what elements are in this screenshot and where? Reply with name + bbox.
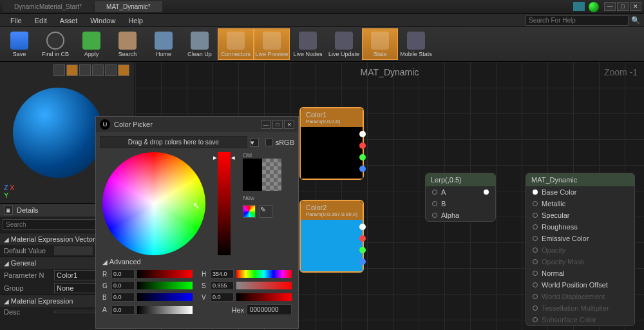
picker-maximize-button[interactable]: □ — [272, 120, 283, 129]
picker-minimize-button[interactable]: — — [261, 120, 271, 129]
v-value-input[interactable]: 0.0 — [211, 293, 234, 302]
material-input-row[interactable]: Opacity Mask — [526, 256, 634, 267]
tab-dynamicmaterial[interactable]: DynamicMaterial_Start* — [3, 1, 93, 12]
r-slider[interactable] — [137, 270, 193, 278]
material-pin[interactable] — [533, 306, 538, 311]
pin-b[interactable] — [359, 166, 366, 172]
close-button[interactable]: ✕ — [630, 2, 641, 11]
dropdown-icon[interactable]: ▾ — [250, 138, 259, 147]
h-value-input[interactable]: 354.0 — [211, 269, 234, 278]
live-nodes-button[interactable]: Live Nodes — [290, 28, 326, 60]
maximize-button[interactable]: □ — [617, 2, 629, 11]
material-input-row[interactable]: Metallic — [526, 198, 634, 209]
material-pin[interactable] — [533, 282, 538, 287]
pin-b[interactable] — [359, 258, 366, 265]
material-pin[interactable] — [533, 213, 538, 218]
save-button[interactable]: Save — [1, 28, 37, 60]
preview-plane-icon[interactable] — [79, 64, 91, 76]
stats-button[interactable]: Stats — [362, 28, 398, 60]
h-slider[interactable] — [236, 270, 292, 278]
material-pin[interactable] — [533, 201, 538, 206]
material-input-row[interactable]: Normal — [526, 267, 634, 279]
material-input-row[interactable]: Emissive Color — [526, 233, 634, 244]
color-wheel[interactable]: ↖ — [102, 152, 205, 255]
pin-lerp-out[interactable] — [484, 189, 489, 195]
a-value-input[interactable]: 0.0 — [111, 306, 135, 315]
preview-cylinder-icon[interactable] — [53, 64, 65, 76]
material-input-row[interactable]: Subsurface Color — [526, 314, 634, 325]
material-input-row[interactable]: World Displacement — [526, 291, 634, 302]
material-input-row[interactable]: Opacity — [526, 244, 634, 256]
menu-file[interactable]: File — [4, 17, 28, 24]
srgb-checkbox[interactable] — [265, 139, 273, 146]
connectors-button[interactable]: Connectors — [218, 28, 254, 60]
v-slider[interactable] — [236, 293, 292, 301]
material-input-row[interactable]: Base Color — [526, 186, 634, 198]
material-pin[interactable] — [533, 236, 538, 241]
s-value-input[interactable]: 0.855 — [211, 281, 234, 290]
source-control-icon[interactable] — [589, 2, 599, 12]
color-drop-slot[interactable]: Drag & drop colors here to save — [100, 136, 247, 148]
node-color2[interactable]: Color2Param(0,0.367,0.89,0) — [299, 200, 364, 273]
eyedropper-icon[interactable]: ✎ — [260, 205, 272, 218]
color-picker-dialog[interactable]: U Color Picker — □ ✕ Drag & drop colors … — [95, 116, 299, 329]
picker-close-button[interactable]: ✕ — [284, 120, 294, 129]
pin-alpha-in[interactable] — [432, 213, 437, 218]
browse-button[interactable]: Search — [109, 28, 146, 60]
material-pin[interactable] — [533, 317, 538, 322]
value-strip[interactable] — [218, 152, 231, 255]
material-pin[interactable] — [533, 271, 538, 276]
hex-input[interactable]: 00000000 — [247, 304, 292, 315]
material-pin[interactable] — [533, 294, 538, 299]
search-icon[interactable]: 🔍 — [631, 16, 640, 24]
s-slider[interactable] — [236, 282, 292, 289]
cleanup-button[interactable]: Clean Up — [182, 28, 218, 60]
search-help-input[interactable] — [526, 15, 629, 26]
preview-sphere-icon[interactable] — [66, 64, 78, 76]
feedback-icon[interactable] — [573, 2, 585, 11]
material-input-row[interactable]: Roughness — [526, 221, 634, 233]
node-color1[interactable]: Color1Param(0,0,0,0) — [299, 107, 364, 180]
live-preview-button[interactable]: Live Preview — [254, 28, 290, 60]
menu-window[interactable]: Window — [84, 17, 122, 24]
g-value-input[interactable]: 0.0 — [111, 281, 135, 290]
material-input-row[interactable]: Specular — [526, 209, 634, 221]
pin-rgba[interactable] — [359, 224, 366, 230]
g-slider[interactable] — [137, 282, 193, 289]
mobile-stats-button[interactable]: Mobile Stats — [398, 28, 434, 60]
pin-g[interactable] — [359, 154, 366, 160]
node-lerp[interactable]: Lerp(,0.5) A B Alpha — [425, 173, 496, 222]
minimize-button[interactable]: — — [604, 2, 616, 11]
b-value-input[interactable]: 0.0 — [111, 293, 135, 302]
advanced-toggle[interactable]: ◢ Advanced — [96, 255, 298, 268]
pin-a-in[interactable] — [432, 189, 437, 195]
home-button[interactable]: Home — [146, 28, 182, 60]
material-pin[interactable] — [533, 224, 538, 229]
apply-button[interactable]: Apply — [73, 28, 109, 60]
b-slider[interactable] — [137, 293, 193, 301]
pin-b-in[interactable] — [432, 201, 437, 206]
tab-mat-dynamic[interactable]: MAT_Dynamic* — [95, 1, 162, 12]
preview-mesh-icon[interactable] — [118, 64, 129, 76]
material-pin[interactable] — [533, 259, 538, 264]
details-expand-icon[interactable]: ▣ — [4, 206, 13, 215]
live-update-button[interactable]: Live Update — [326, 28, 362, 60]
pin-g[interactable] — [359, 247, 366, 253]
preview-cube-icon[interactable] — [92, 64, 104, 76]
r-value-input[interactable]: 0.0 — [111, 269, 135, 278]
material-pin[interactable] — [533, 189, 538, 195]
pin-r[interactable] — [359, 235, 366, 242]
a-slider[interactable] — [137, 306, 193, 314]
menu-asset[interactable]: Asset — [53, 17, 84, 24]
material-input-row[interactable]: World Position Offset — [526, 279, 634, 291]
pin-r[interactable] — [359, 142, 366, 149]
pin-rgba[interactable] — [359, 131, 366, 137]
material-input-row[interactable]: Tessellation Multiplier — [526, 302, 634, 314]
theme-icon[interactable] — [243, 205, 256, 218]
find-in-cb-button[interactable]: Find in CB — [37, 28, 73, 60]
default-value-swatch[interactable] — [54, 246, 93, 255]
node-material-output[interactable]: MAT_Dynamic Base ColorMetallicSpecularRo… — [526, 173, 635, 326]
material-pin[interactable] — [533, 248, 538, 253]
preview-teapot-icon[interactable] — [105, 64, 117, 76]
menu-help[interactable]: Help — [122, 17, 149, 24]
